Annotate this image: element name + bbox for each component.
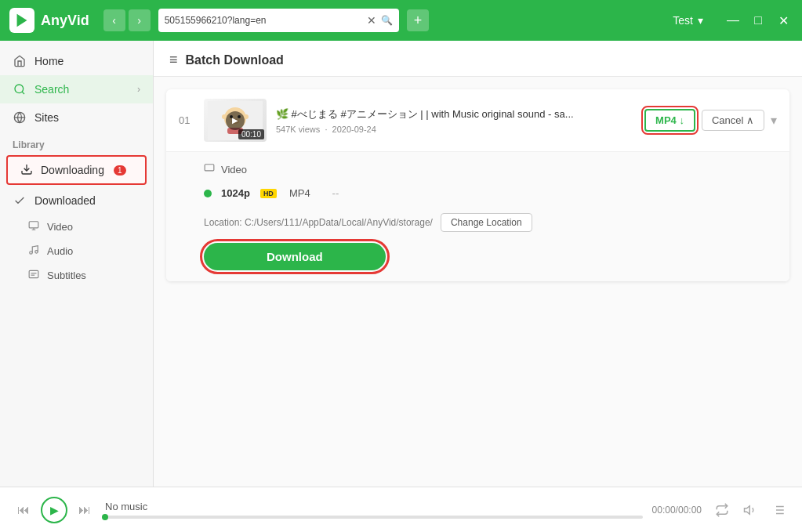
sites-label: Sites xyxy=(34,111,59,124)
downloaded-icon xyxy=(13,194,27,208)
format-label: MP4 xyxy=(289,187,310,199)
quality-row: 1024p HD MP4 -- xyxy=(204,184,777,202)
cancel-button[interactable]: Cancel ∧ xyxy=(702,110,764,131)
progress-dot xyxy=(102,514,108,520)
nav-forward-button[interactable]: › xyxy=(129,9,151,31)
home-icon xyxy=(13,54,27,68)
main-layout: Home Search › xyxy=(0,41,802,487)
player-repeat-button[interactable] xyxy=(711,499,733,521)
download-button[interactable]: Download xyxy=(204,243,386,270)
player-playlist-button[interactable] xyxy=(768,499,789,521)
change-location-button[interactable]: Change Location xyxy=(441,213,532,232)
content-header: ≡ Batch Download xyxy=(154,41,802,77)
logo-icon xyxy=(9,8,34,33)
downloading-badge: 1 xyxy=(114,165,126,176)
content-area: ≡ Batch Download 01 xyxy=(154,41,802,487)
dash-label: -- xyxy=(332,187,339,199)
search-label: Search xyxy=(34,83,69,96)
search-icon xyxy=(13,82,27,96)
window-controls: — □ ✕ xyxy=(724,11,793,30)
close-button[interactable]: ✕ xyxy=(774,11,793,30)
user-name: Test xyxy=(673,14,693,27)
subtitles-label: Subtitles xyxy=(47,270,86,281)
logo-area: AnyVid xyxy=(9,8,89,33)
sidebar-sub-item-audio[interactable]: Audio xyxy=(0,239,153,263)
svg-point-1 xyxy=(15,85,24,93)
progress-bar[interactable] xyxy=(105,516,643,519)
location-text: Location: C:/Users/111/AppData/Local/Any… xyxy=(204,217,433,228)
expand-button[interactable]: ▾ xyxy=(771,113,777,128)
page-title-icon: ≡ xyxy=(169,52,178,68)
user-menu[interactable]: Test ▾ xyxy=(673,14,703,27)
play-icon: ▶ xyxy=(226,111,245,130)
item-number: 01 xyxy=(179,114,194,126)
subtitles-icon xyxy=(28,269,39,282)
sidebar-item-downloaded[interactable]: Downloaded xyxy=(0,186,153,215)
player-time: 00:00/00:00 xyxy=(652,505,702,516)
player-prev-button[interactable]: ⏮ xyxy=(13,499,34,521)
user-chevron-icon: ▾ xyxy=(698,14,703,27)
bottom-player: ⏮ ▶ ⏭ No music 00:00/00:00 xyxy=(0,487,802,532)
video-info: 🌿 #べじまる #アニメーション | | with Music original… xyxy=(276,107,635,134)
quality-label: 1024p xyxy=(221,187,250,199)
audio-icon xyxy=(28,244,39,258)
sidebar-sub-item-subtitles[interactable]: Subtitles xyxy=(0,263,153,288)
title-bar: AnyVid ‹ › 505155966210?lang=en ✕ 🔍 + Te… xyxy=(0,0,802,41)
maximize-button[interactable]: □ xyxy=(749,11,768,30)
sidebar-item-sites[interactable]: Sites xyxy=(0,103,153,132)
svg-line-2 xyxy=(22,92,24,94)
address-bar[interactable]: 505155966210?lang=en ✕ 🔍 xyxy=(158,9,399,32)
format-select-button[interactable]: MP4 ↓ xyxy=(644,109,695,132)
nav-back-button[interactable]: ‹ xyxy=(103,9,125,31)
address-close-icon[interactable]: ✕ xyxy=(367,14,376,27)
svg-rect-6 xyxy=(29,222,38,228)
sidebar-nav: Home Search › xyxy=(0,41,153,294)
download-icon xyxy=(20,163,34,177)
svg-rect-20 xyxy=(205,165,214,171)
downloaded-label: Downloaded xyxy=(34,194,96,207)
address-text: 505155966210?lang=en xyxy=(165,15,362,26)
video-section-icon xyxy=(204,163,215,176)
downloading-label: Downloading xyxy=(41,164,104,176)
sidebar: Home Search › xyxy=(0,41,154,487)
player-next-button[interactable]: ⏭ xyxy=(74,499,96,521)
sites-icon xyxy=(13,110,27,125)
svg-point-19 xyxy=(244,114,249,119)
video-actions: MP4 ↓ Cancel ∧ ▾ xyxy=(644,109,777,132)
sidebar-item-search[interactable]: Search › xyxy=(0,75,153,103)
minimize-button[interactable]: — xyxy=(724,11,742,30)
player-progress: No music xyxy=(105,501,643,519)
svg-point-8 xyxy=(35,251,38,254)
search-chevron-icon: › xyxy=(137,84,140,95)
nav-buttons: ‹ › xyxy=(103,9,151,31)
new-tab-button[interactable]: + xyxy=(407,9,429,31)
player-volume-button[interactable] xyxy=(739,499,761,521)
svg-rect-9 xyxy=(29,270,38,277)
library-section-label: Library xyxy=(0,132,153,154)
svg-marker-21 xyxy=(745,505,750,514)
options-section-title: Video xyxy=(204,163,777,176)
hd-badge: HD xyxy=(260,189,277,198)
app-name: AnyVid xyxy=(41,13,89,29)
section-video-label: Video xyxy=(221,164,247,176)
audio-label: Audio xyxy=(47,245,73,257)
sidebar-sub-item-video[interactable]: Video xyxy=(0,215,153,239)
address-search-icon[interactable]: 🔍 xyxy=(381,15,393,26)
player-play-button[interactable]: ▶ xyxy=(41,497,67,523)
content-body: 01 xyxy=(154,77,802,487)
video-label: Video xyxy=(47,221,73,233)
sidebar-item-downloading[interactable]: Downloading 1 xyxy=(6,155,147,185)
duration-badge: 00:10 xyxy=(238,129,264,139)
svg-marker-0 xyxy=(17,14,27,27)
video-item-card: 01 xyxy=(166,89,789,281)
thumbnail-container: ▶ 00:10 xyxy=(204,99,267,142)
svg-point-7 xyxy=(30,252,33,255)
sidebar-item-home[interactable]: Home xyxy=(0,47,153,75)
quality-dot xyxy=(204,190,212,197)
video-meta: 547K views · 2020-09-24 xyxy=(276,125,635,134)
location-row: Location: C:/Users/111/AppData/Local/Any… xyxy=(204,213,777,232)
player-controls: ⏮ ▶ ⏭ xyxy=(13,497,96,523)
player-extra-controls xyxy=(711,499,789,521)
home-label: Home xyxy=(34,55,64,67)
video-views: 547K views xyxy=(276,125,320,134)
